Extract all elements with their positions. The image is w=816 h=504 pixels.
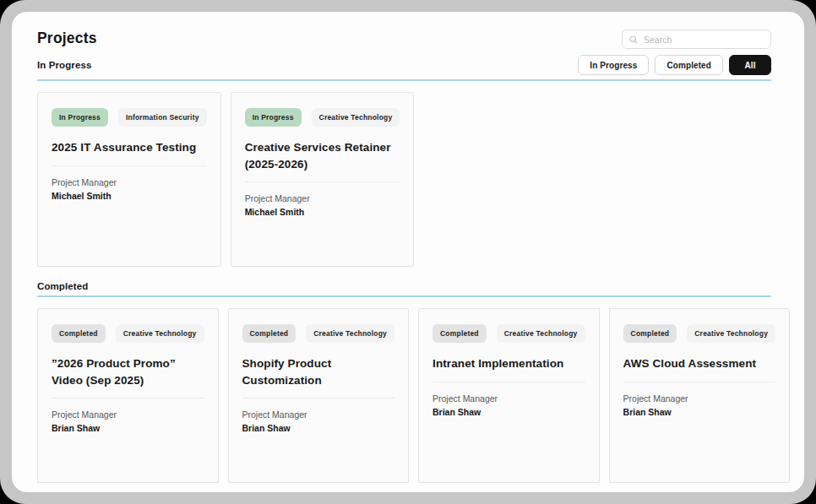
search-icon — [629, 35, 638, 44]
app-window: Projects In Progress In Progress Complet… — [12, 12, 804, 492]
project-manager-label: Project Manager — [623, 393, 776, 404]
section-header: Completed — [37, 281, 771, 297]
category-badge: Creative Technology — [306, 324, 394, 343]
filter-group: In Progress Completed All — [578, 55, 771, 75]
project-card[interactable]: Completed Creative Technology Intranet I… — [418, 308, 600, 483]
project-card[interactable]: Completed Creative Technology Shopify Pr… — [228, 308, 410, 483]
card-divider — [432, 382, 585, 382]
card-grid: Completed Creative Technology ”2026 Prod… — [37, 308, 771, 483]
category-badge: Creative Technology — [312, 108, 400, 127]
card-grid: In Progress Information Security 2025 IT… — [37, 92, 771, 267]
category-badge: Information Security — [118, 108, 207, 127]
project-title: 2025 IT Assurance Testing — [52, 139, 207, 156]
category-badge: Creative Technology — [116, 324, 204, 343]
project-sections: In Progress In Progress Completed All In… — [37, 55, 771, 483]
status-badge: In Progress — [52, 108, 108, 127]
project-title: Shopify Product Customization — [242, 355, 395, 388]
project-manager-label: Project Manager — [245, 193, 400, 203]
badge-row: Completed Creative Technology — [242, 324, 395, 343]
badge-row: Completed Creative Technology — [623, 324, 776, 343]
project-manager-name: Brian Shaw — [242, 423, 395, 433]
project-manager-name: Brian Shaw — [432, 407, 585, 417]
badge-row: In Progress Information Security — [52, 108, 207, 127]
project-manager-name: Brian Shaw — [623, 407, 776, 417]
project-title: AWS Cloud Assessment — [623, 355, 776, 372]
project-manager-name: Brian Shaw — [52, 423, 204, 433]
section-label: In Progress — [37, 60, 91, 70]
status-badge: Completed — [623, 324, 677, 343]
category-badge: Creative Technology — [687, 324, 775, 343]
section-label: Completed — [37, 281, 88, 291]
badge-row: Completed Creative Technology — [432, 324, 585, 343]
category-badge: Creative Technology — [497, 324, 585, 343]
card-divider — [242, 398, 395, 398]
project-title: ”2026 Product Promo” Video (Sep 2025) — [52, 355, 204, 388]
status-badge: Completed — [432, 324, 487, 343]
project-section: Completed Completed Creative Technology … — [37, 281, 771, 483]
project-manager-name: Michael Smith — [245, 207, 400, 217]
status-badge: Completed — [242, 324, 296, 343]
search-input[interactable] — [644, 35, 764, 45]
project-card[interactable]: Completed Creative Technology ”2026 Prod… — [37, 308, 219, 483]
badge-row: Completed Creative Technology — [52, 324, 204, 343]
card-divider — [52, 165, 207, 166]
project-title: Intranet Implementation — [432, 355, 585, 372]
project-manager-label: Project Manager — [52, 177, 207, 187]
project-section: In Progress In Progress Completed All In… — [37, 55, 771, 267]
card-divider — [623, 382, 776, 382]
filter-button-all[interactable]: All — [729, 55, 771, 75]
search-box[interactable] — [622, 30, 771, 49]
project-manager-name: Michael Smith — [52, 191, 207, 201]
project-card[interactable]: Completed Creative Technology AWS Cloud … — [609, 308, 791, 483]
project-manager-label: Project Manager — [432, 393, 585, 404]
status-badge: Completed — [52, 324, 106, 343]
card-divider — [52, 398, 204, 398]
badge-row: In Progress Creative Technology — [245, 108, 400, 127]
project-manager-label: Project Manager — [242, 409, 395, 420]
desktop-frame: Projects In Progress In Progress Complet… — [0, 0, 816, 504]
project-manager-label: Project Manager — [52, 409, 204, 420]
page-header: Projects — [37, 30, 771, 49]
status-badge: In Progress — [245, 108, 302, 127]
filter-button-in-progress[interactable]: In Progress — [578, 55, 649, 75]
page-title: Projects — [37, 30, 97, 47]
project-title: Creative Services Retainer (2025-2026) — [245, 139, 400, 172]
section-header: In Progress In Progress Completed All — [37, 55, 771, 81]
filter-button-completed[interactable]: Completed — [655, 55, 723, 75]
project-card[interactable]: In Progress Creative Technology Creative… — [231, 92, 415, 267]
project-card[interactable]: In Progress Information Security 2025 IT… — [37, 92, 221, 267]
card-divider — [245, 182, 400, 182]
